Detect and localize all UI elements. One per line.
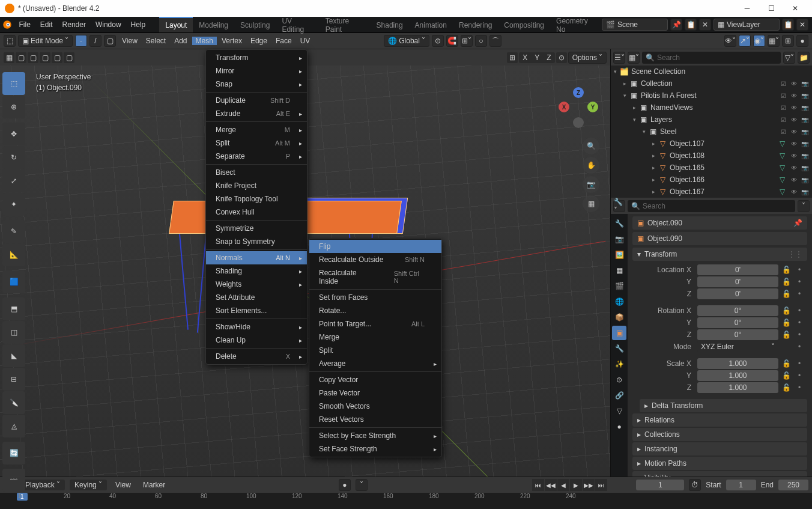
menu-item-bisect[interactable]: Bisect [206, 166, 307, 179]
delete-scene-icon[interactable]: ✕ [699, 19, 711, 31]
new-layer-icon[interactable]: 📋 [782, 19, 794, 31]
playback-menu[interactable]: Playback ˅ [20, 480, 65, 490]
tree-item[interactable]: ▸▽Object.167▽👁📷 [611, 186, 812, 198]
disable-icon[interactable]: 📷 [800, 163, 810, 172]
menu-item-mirror[interactable]: Mirror [206, 64, 307, 78]
panel-motion-paths[interactable]: ▸ Motion Paths [632, 457, 807, 470]
menu-item-separate[interactable]: SeparateP [206, 150, 307, 163]
menu-item-show-hide[interactable]: Show/Hide [206, 320, 307, 334]
exclude-icon[interactable]: ☑ [778, 115, 788, 124]
scale-y-field[interactable]: 1.000 [697, 370, 778, 381]
prev-key-icon[interactable]: ◀◀ [545, 479, 557, 491]
menu-item-knife-project[interactable]: Knife Project [206, 179, 307, 192]
menu-item-rotate---[interactable]: Rotate... [309, 304, 441, 317]
tree-item[interactable]: ▾▣Steel☑👁📷 [611, 126, 812, 138]
menu-item-flip[interactable]: Flip [309, 240, 441, 253]
jump-end-icon[interactable]: ⏭ [595, 479, 607, 491]
tree-item[interactable]: ▸▽Object.108▽👁📷 [611, 150, 812, 162]
panel-relations[interactable]: ▸ Relations [632, 413, 807, 427]
hide-icon[interactable]: 👁 [789, 187, 799, 197]
smooth-tool[interactable]: 〰 [2, 469, 25, 492]
sel-3-icon[interactable]: ▢ [40, 52, 50, 63]
play-reverse-icon[interactable]: ◀ [557, 479, 569, 491]
physics-tab[interactable]: ⊙ [612, 373, 626, 387]
props-search[interactable]: 🔍 Search [628, 200, 795, 212]
rotation-z-field[interactable]: 0° [697, 329, 778, 340]
vertex-select-icon[interactable]: · [75, 35, 87, 47]
play-icon[interactable]: ▶ [570, 479, 582, 491]
lock-icon[interactable]: 🔓 [781, 278, 792, 286]
tab-shading[interactable]: Shading [371, 17, 409, 32]
spin-tool[interactable]: 🔄 [2, 442, 25, 465]
display-mode-icon[interactable]: ▦˅ [628, 52, 640, 64]
xray-icon[interactable]: ▦˅ [768, 35, 780, 47]
data-tab[interactable]: ▽ [612, 404, 626, 418]
menu-item-average[interactable]: Average [309, 357, 441, 370]
modifier-tab[interactable]: 🔧 [612, 341, 626, 356]
new-scene-icon[interactable]: 📋 [685, 19, 697, 31]
tab-modeling[interactable]: Modeling [193, 17, 234, 32]
menu-edit[interactable]: Edit [35, 17, 58, 32]
maximize-button[interactable]: ☐ [759, 0, 783, 17]
exclude-icon[interactable]: ☑ [778, 103, 788, 112]
hide-icon[interactable]: 👁 [789, 103, 799, 112]
mode-selector[interactable]: ▣ Edit Mode ˅ [18, 35, 73, 47]
scale-x-field[interactable]: 1.000 [697, 358, 778, 369]
editor-menu-mesh[interactable]: Mesh [192, 37, 217, 45]
menu-item-convex-hull[interactable]: Convex Hull [206, 206, 307, 219]
tab-layout[interactable]: Layout [159, 17, 193, 32]
tab-animation[interactable]: Animation [409, 17, 453, 32]
hide-icon[interactable]: 👁 [789, 139, 799, 148]
mesh-auto-icon[interactable]: ⊞ [507, 52, 518, 63]
current-frame-field[interactable]: 1 [636, 480, 684, 490]
hide-icon[interactable]: 👁 [789, 115, 799, 124]
timer-icon[interactable]: ⏱ [689, 479, 701, 491]
hide-icon[interactable]: 👁 [789, 151, 799, 160]
menu-item-delete[interactable]: DeleteX [206, 350, 307, 363]
pin-icon[interactable]: 📌 [793, 219, 802, 227]
exclude-icon[interactable]: ☑ [778, 91, 788, 100]
menu-item-weights[interactable]: Weights [206, 278, 307, 291]
gizmo-y[interactable]: Y [587, 102, 598, 112]
delete-layer-icon[interactable]: ✕ [796, 19, 808, 31]
tab-rendering[interactable]: Rendering [453, 17, 498, 32]
particle-tab[interactable]: ✨ [612, 357, 626, 371]
object-name-field[interactable]: ▣ Object.090 [632, 232, 807, 245]
next-key-icon[interactable]: ▶▶ [583, 479, 595, 491]
panel-delta-transform[interactable]: ▸ Delta Transform [640, 399, 807, 412]
lock-icon[interactable]: 🔓 [781, 331, 792, 339]
menu-item-shading[interactable]: Shading [206, 264, 307, 278]
menu-item-copy-vector[interactable]: Copy Vector [309, 373, 441, 386]
inset-tool[interactable]: ◫ [2, 321, 25, 344]
menu-item-symmetrize[interactable]: Symmetrize [206, 222, 307, 235]
hide-icon[interactable]: 👁 [789, 163, 799, 172]
scene-tab[interactable]: 🎬 [612, 279, 626, 293]
gizmo-x[interactable]: X [559, 102, 569, 112]
world-tab[interactable]: 🌐 [612, 294, 626, 309]
props-opts-icon[interactable]: ˅ [798, 200, 810, 212]
lock-icon[interactable]: 🔓 [781, 266, 792, 274]
menu-item-recalculate-outside[interactable]: Recalculate OutsideShift N [309, 253, 441, 266]
menu-item-set-from-faces[interactable]: Set from Faces [309, 291, 441, 304]
sel-all-icon[interactable]: ▦ [4, 52, 14, 63]
menu-item-merge[interactable]: Merge [309, 331, 441, 344]
measure-tool[interactable]: 📐 [2, 243, 25, 266]
snap-icon[interactable]: 🧲 [446, 35, 458, 47]
disable-icon[interactable]: 📷 [800, 103, 810, 112]
loop-cut-tool[interactable]: ⊟ [2, 368, 25, 391]
filter-icon[interactable]: ▽˅ [783, 52, 795, 64]
bevel-tool[interactable]: ◣ [2, 344, 25, 367]
timeline-track[interactable]: 1 120406080100120140160180200220240 [0, 493, 812, 509]
transform-tool[interactable]: ✦ [2, 193, 25, 216]
hide-icon[interactable]: 👁 [789, 79, 799, 88]
editor-menu-select[interactable]: Select [142, 37, 169, 45]
new-collection-icon[interactable]: 📁 [798, 52, 810, 64]
menu-item-extrude[interactable]: ExtrudeAlt E [206, 107, 307, 120]
sel-1-icon[interactable]: ▢ [16, 52, 26, 63]
disable-icon[interactable]: 📷 [800, 187, 810, 197]
tab-uv-editing[interactable]: UV Editing [276, 17, 319, 32]
render-tab[interactable]: 📷 [612, 232, 626, 246]
constraint-tab[interactable]: 🔗 [612, 388, 626, 403]
gizmo-z[interactable]: Z [573, 87, 584, 98]
shading-solid-icon[interactable]: ● [796, 35, 808, 47]
